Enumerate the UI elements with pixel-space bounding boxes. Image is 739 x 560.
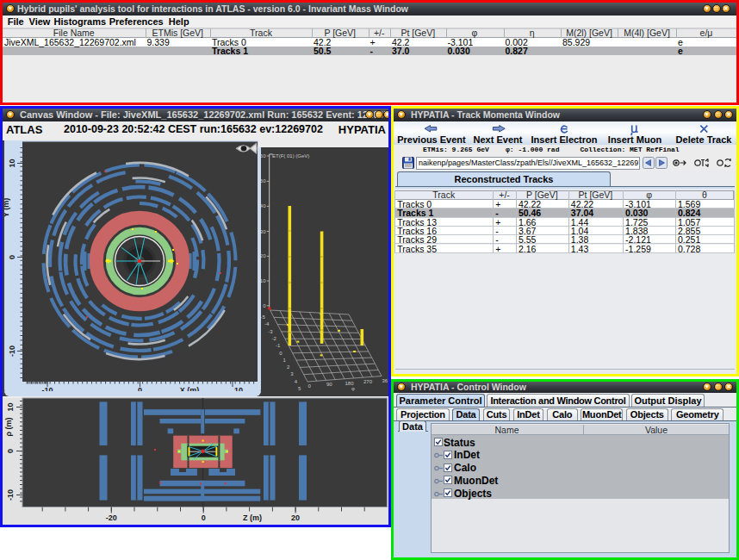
svg-text:10: 10 — [8, 159, 16, 167]
svg-text:-3: -3 — [268, 329, 273, 334]
svg-text:-1: -1 — [276, 343, 281, 348]
svg-text:-2: -2 — [272, 336, 277, 341]
svg-text:60: 60 — [261, 153, 266, 159]
svg-text:30: 30 — [261, 229, 266, 234]
svg-text:20: 20 — [291, 513, 300, 522]
svg-text:180: 180 — [345, 381, 355, 386]
svg-text:ET(F( 01) (GeV): ET(F( 01) (GeV) — [272, 153, 309, 159]
svg-text:-10: -10 — [8, 345, 16, 357]
svg-text:-20: -20 — [106, 513, 117, 522]
svg-text:Z (m): Z (m) — [243, 513, 262, 522]
svg-text:50: 50 — [261, 178, 266, 184]
svg-text:20: 20 — [261, 253, 266, 258]
svg-text:ρ (m): ρ (m) — [4, 417, 13, 436]
svg-text:90: 90 — [326, 382, 332, 387]
svg-text:10: 10 — [261, 278, 266, 283]
svg-text:10: 10 — [6, 402, 15, 411]
svg-text:-4: -4 — [264, 321, 270, 327]
svg-text:-5: -5 — [261, 314, 266, 320]
svg-text:0: 0 — [6, 449, 15, 453]
svg-text:-10: -10 — [6, 489, 15, 501]
svg-text:270: 270 — [363, 379, 373, 384]
svg-text:0: 0 — [202, 513, 206, 522]
svg-text:Y (m): Y (m) — [4, 198, 10, 217]
svg-text:40: 40 — [261, 203, 266, 208]
svg-text:0: 0 — [8, 255, 16, 259]
svg-text:φ: φ — [351, 386, 355, 391]
svg-text:36: 36 — [382, 378, 388, 383]
